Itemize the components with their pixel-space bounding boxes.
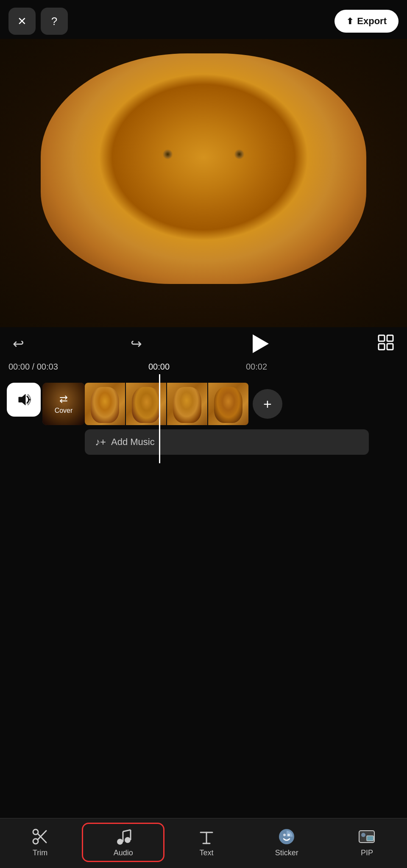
play-icon <box>253 334 269 353</box>
cover-swap-icon: ⇄ <box>59 393 68 405</box>
svg-rect-1 <box>387 335 393 341</box>
fullscreen-button[interactable] <box>377 334 394 354</box>
current-time: 00:00 / 00:03 <box>0 362 68 372</box>
add-clip-button[interactable]: + <box>253 389 282 419</box>
svg-point-23 <box>361 833 365 837</box>
add-music-row[interactable]: ♪+ Add Music <box>85 429 369 455</box>
close-button[interactable]: ✕ <box>8 8 36 35</box>
ruler-marker-mid: 00:02 <box>246 362 267 372</box>
track-side-controls <box>0 383 42 417</box>
sticker-label: Sticker <box>275 849 298 857</box>
music-note-icon: ♪+ <box>95 436 106 448</box>
frame-1 <box>85 383 125 425</box>
trim-label: Trim <box>33 849 47 857</box>
nav-item-sticker[interactable]: Sticker <box>247 824 327 861</box>
svg-point-20 <box>287 834 290 836</box>
audio-label: Audio <box>114 849 133 857</box>
help-button[interactable]: ? <box>41 8 68 35</box>
audio-mute-button[interactable] <box>7 383 41 417</box>
svg-marker-4 <box>19 394 25 405</box>
redo-button[interactable]: ↪ <box>131 336 142 352</box>
add-music-label: Add Music <box>111 437 155 448</box>
upload-icon: ⬆ <box>346 16 354 26</box>
cover-thumbnail[interactable]: ⇄ Cover <box>42 383 85 425</box>
video-frames[interactable] <box>85 383 248 425</box>
playback-controls: ↩ ↪ <box>0 327 407 360</box>
timeline-area: 00:00 / 00:03 00:00 00:02 <box>0 360 407 467</box>
video-preview <box>0 39 407 327</box>
svg-rect-0 <box>379 335 385 341</box>
nav-item-text[interactable]: Text <box>166 824 246 861</box>
video-track: ⇄ Cover + <box>42 383 407 425</box>
nav-item-audio[interactable]: Audio <box>82 823 164 862</box>
svg-point-11 <box>125 837 131 843</box>
export-button[interactable]: ⬆ Export <box>335 10 399 33</box>
nav-item-pip[interactable]: PIP <box>327 824 407 861</box>
svg-rect-2 <box>379 344 385 350</box>
empty-timeline-space <box>0 467 407 722</box>
svg-rect-3 <box>387 344 393 350</box>
svg-point-10 <box>117 839 123 845</box>
frame-2 <box>126 383 166 425</box>
audio-note-icon <box>114 827 133 846</box>
speaker-icon <box>15 391 32 408</box>
track-container: ⇄ Cover + ♪+ Add Musi <box>0 378 407 459</box>
sticker-icon <box>277 827 296 846</box>
svg-line-14 <box>123 830 131 832</box>
video-frame <box>0 39 407 327</box>
cover-label: Cover <box>55 407 73 415</box>
lion-image <box>0 39 407 327</box>
frame-4 <box>208 383 248 425</box>
video-track-content: ⇄ Cover + ♪+ Add Musi <box>42 383 407 455</box>
pip-label: PIP <box>361 849 373 857</box>
export-label: Export <box>357 16 387 27</box>
bottom-navigation: Trim Audio Text Sticker <box>0 818 407 868</box>
text-label: Text <box>200 849 214 857</box>
fullscreen-icon <box>377 334 394 351</box>
top-left-controls: ✕ ? <box>8 8 68 35</box>
top-bar: ✕ ? ⬆ Export <box>0 0 407 39</box>
track-wrapper: ⇄ Cover + ♪+ Add Musi <box>0 374 407 463</box>
pip-icon <box>357 827 376 846</box>
svg-point-19 <box>283 834 286 836</box>
play-button[interactable] <box>248 332 271 355</box>
undo-button[interactable]: ↩ <box>13 336 24 352</box>
nav-item-trim[interactable]: Trim <box>0 824 80 861</box>
text-icon <box>197 827 216 846</box>
scissors-icon <box>31 827 50 846</box>
time-ruler: 00:00 / 00:03 00:00 00:02 <box>0 360 407 374</box>
frame-3 <box>167 383 207 425</box>
ruler-marker-start: 00:00 <box>148 362 170 372</box>
svg-rect-22 <box>367 836 374 841</box>
